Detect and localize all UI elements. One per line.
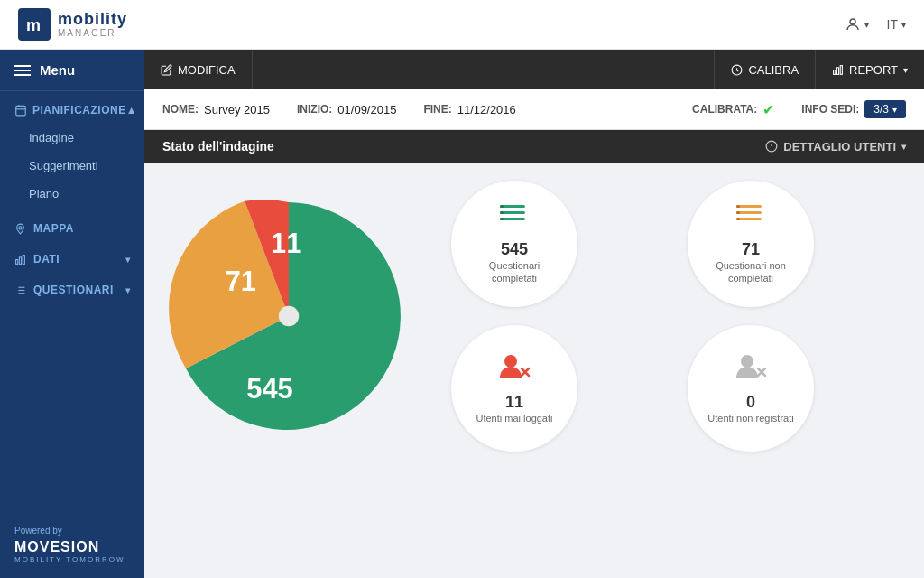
pie-center-dot bbox=[279, 306, 299, 326]
user-chevron: ▾ bbox=[864, 20, 869, 30]
pie-svg: 545 71 11 bbox=[162, 190, 415, 443]
dettaglio-utenti-label: DETTAGLIO UTENTI bbox=[783, 140, 896, 154]
stats-cards: 545 Questionari completati bbox=[451, 181, 906, 452]
modifica-button[interactable]: MODIFICA bbox=[144, 50, 253, 89]
never-logged-number: 11 bbox=[505, 393, 523, 412]
calibra-button[interactable]: CALIBRA bbox=[714, 50, 815, 89]
svg-rect-24 bbox=[500, 211, 525, 214]
info-nome: NOME: Survey 2015 bbox=[162, 103, 270, 117]
info-sedi: INFO SEDI: 3/3 ▾ bbox=[801, 100, 906, 118]
not-registered-number: 0 bbox=[746, 393, 755, 412]
edit-icon bbox=[161, 64, 172, 76]
svg-rect-31 bbox=[736, 218, 762, 220]
calibrata-check-icon: ✔ bbox=[762, 101, 774, 118]
svg-rect-23 bbox=[500, 205, 525, 208]
menu-label: Menu bbox=[40, 62, 75, 78]
info-calibrata: CALIBRATA: ✔ bbox=[692, 101, 774, 118]
user-menu[interactable]: ▾ bbox=[845, 16, 869, 33]
top-nav: m mobility MANAGER ▾ IT ▾ bbox=[0, 0, 924, 50]
inizio-label: INIZIO: bbox=[297, 103, 332, 116]
content-area: MODIFICA CALIBRA REPORT ▾ bbox=[144, 50, 924, 578]
svg-rect-26 bbox=[500, 205, 504, 208]
pianificazione-chevron: ▲ bbox=[126, 104, 137, 117]
sidebar-menu-header[interactable]: Menu bbox=[0, 50, 144, 91]
logo-area: m mobility MANAGER bbox=[18, 8, 127, 41]
svg-rect-18 bbox=[836, 67, 838, 74]
sidebar: Menu PIANIFICAZIONE ▲ Indagine Suggerime… bbox=[0, 50, 144, 578]
list-icon bbox=[14, 284, 26, 296]
sidebar-item-indagine[interactable]: Indagine bbox=[0, 124, 144, 152]
logo-manager: MANAGER bbox=[58, 28, 127, 38]
logo-m-icon: m bbox=[18, 8, 51, 41]
modifica-label: MODIFICA bbox=[178, 63, 236, 77]
svg-point-35 bbox=[504, 355, 517, 368]
lang-label: IT bbox=[887, 17, 898, 32]
svg-rect-17 bbox=[834, 70, 836, 74]
list-completed-icon bbox=[500, 203, 529, 235]
questionari-chevron: ▾ bbox=[125, 285, 131, 295]
svg-rect-28 bbox=[500, 218, 504, 220]
toolbar-left: MODIFICA bbox=[144, 50, 253, 89]
svg-rect-9 bbox=[23, 255, 24, 264]
svg-point-38 bbox=[741, 355, 753, 368]
sidebar-section-pianificazione: PIANIFICAZIONE ▲ Indagine Suggerimenti P… bbox=[0, 91, 144, 213]
svg-rect-7 bbox=[16, 259, 18, 264]
stat-card-incomplete: 71 Questionari non completati bbox=[688, 181, 814, 307]
calibrata-label: CALIBRATA: bbox=[692, 103, 757, 116]
stat-card-completed: 545 Questionari completati bbox=[451, 181, 578, 307]
sidebar-item-dati[interactable]: DATI ▾ bbox=[0, 244, 144, 275]
dati-chevron: ▾ bbox=[125, 255, 131, 265]
info-sedi-badge[interactable]: 3/3 ▾ bbox=[864, 100, 906, 118]
user-x-gray-svg bbox=[735, 352, 767, 381]
sidebar-item-suggerimenti[interactable]: Suggerimenti bbox=[0, 152, 144, 180]
lang-chevron: ▾ bbox=[901, 20, 906, 30]
report-icon bbox=[832, 64, 844, 76]
info-fine: FINE: 11/12/2016 bbox=[423, 103, 515, 117]
pie-label-545: 545 bbox=[246, 373, 292, 405]
svg-text:m: m bbox=[26, 16, 41, 34]
report-button[interactable]: REPORT ▾ bbox=[815, 50, 924, 89]
lang-menu[interactable]: IT ▾ bbox=[887, 17, 906, 32]
incomplete-label: Questionari non completati bbox=[706, 259, 796, 285]
info-icon bbox=[765, 140, 778, 153]
pie-label-11: 11 bbox=[271, 228, 301, 259]
completed-number: 545 bbox=[501, 240, 528, 259]
toolbar: MODIFICA CALIBRA REPORT ▾ bbox=[144, 50, 924, 89]
calendar-icon bbox=[14, 104, 27, 117]
dettaglio-chevron: ▾ bbox=[901, 142, 906, 152]
completed-label: Questionari completati bbox=[469, 259, 559, 285]
sidebar-item-questionari[interactable]: QUESTIONARI ▾ bbox=[0, 275, 144, 305]
sidebar-bottom: Powered by MOVESION MOBILITY TOMORROW bbox=[0, 511, 144, 578]
section-title: Stato dell'indagine bbox=[162, 139, 274, 154]
nome-label: NOME: bbox=[162, 103, 199, 116]
info-bar: NOME: Survey 2015 INIZIO: 01/09/2015 FIN… bbox=[144, 89, 924, 130]
toolbar-right: CALIBRA REPORT ▾ bbox=[714, 50, 924, 89]
pie-label-71: 71 bbox=[226, 266, 256, 297]
sidebar-pianificazione-header[interactable]: PIANIFICAZIONE ▲ bbox=[0, 97, 144, 124]
completed-list-svg bbox=[500, 203, 529, 228]
sidebar-item-mappa[interactable]: MAPPA bbox=[0, 213, 144, 244]
logo-text: mobility MANAGER bbox=[58, 11, 127, 39]
svg-rect-32 bbox=[736, 205, 740, 208]
svg-rect-29 bbox=[736, 205, 762, 208]
svg-point-1 bbox=[850, 19, 855, 24]
top-nav-right: ▾ IT ▾ bbox=[845, 16, 906, 33]
list-incomplete-icon bbox=[736, 203, 765, 235]
logo-mobility: mobility bbox=[58, 11, 127, 29]
sidebar-item-piano[interactable]: Piano bbox=[0, 180, 144, 208]
inizio-value: 01/09/2015 bbox=[337, 103, 396, 117]
user-x-red-svg bbox=[498, 352, 531, 381]
calibra-icon bbox=[731, 64, 743, 76]
pianificazione-label: PIANIFICAZIONE bbox=[32, 104, 126, 117]
svg-rect-2 bbox=[16, 106, 26, 116]
report-chevron: ▾ bbox=[903, 65, 908, 75]
powered-by-label: Powered by bbox=[14, 526, 130, 536]
movesion-logo: MOVESION bbox=[14, 539, 130, 555]
calibra-label: CALIBRA bbox=[748, 63, 799, 77]
dettaglio-utenti-button[interactable]: DETTAGLIO UTENTI ▾ bbox=[765, 140, 906, 154]
svg-rect-33 bbox=[736, 211, 740, 214]
stat-card-never-logged: 11 Utenti mai loggati bbox=[451, 325, 578, 452]
sedi-chevron: ▾ bbox=[892, 105, 897, 115]
incomplete-list-svg bbox=[736, 203, 765, 228]
hamburger-icon[interactable] bbox=[14, 65, 31, 76]
